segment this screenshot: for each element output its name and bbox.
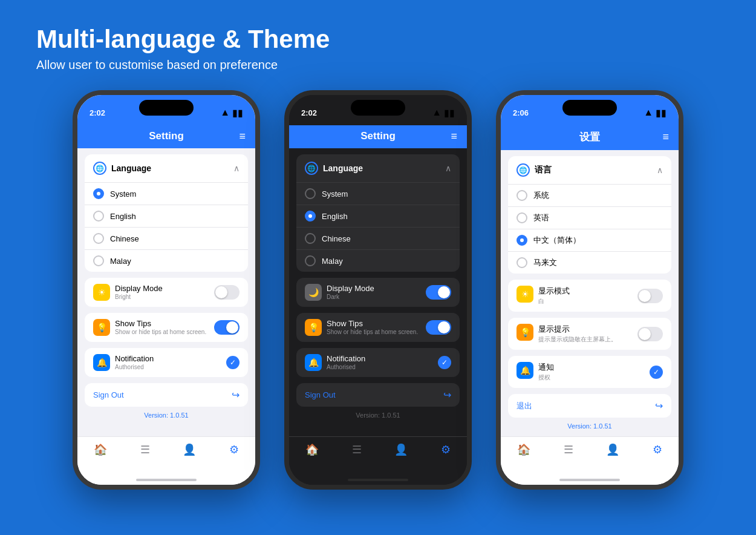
- radio-label-system-1: System: [110, 189, 136, 199]
- status-time-1: 2:02: [90, 108, 105, 117]
- notification-check-3: ✓: [650, 366, 663, 379]
- radio-malay-1[interactable]: Malay: [85, 250, 248, 272]
- radio-circle-english-1: [93, 211, 104, 222]
- nav-title-1: Setting: [149, 130, 184, 142]
- signout-row-3[interactable]: 退出 ↪: [508, 394, 671, 418]
- bell-icon-3: 🔔: [516, 362, 533, 379]
- status-bar-2: 2:02 ▲ ▮▮: [289, 95, 467, 125]
- radio-chinese-2[interactable]: Chinese: [296, 228, 460, 250]
- radio-label-malay-3: 马来文: [533, 257, 557, 268]
- radio-label-chinese-1: Chinese: [110, 234, 139, 243]
- display-mode-title-1: Display Mode: [115, 284, 163, 293]
- show-tips-row-3[interactable]: 💡 显示提示 提示显示或隐敬在主屏幕上。: [508, 318, 671, 350]
- show-tips-section-3: 💡 显示提示 提示显示或隐敬在主屏幕上。: [508, 318, 671, 350]
- show-tips-toggle-1[interactable]: [214, 320, 240, 335]
- display-mode-subtitle-1: Bright: [115, 294, 163, 300]
- signout-row-2[interactable]: Sign Out ↪: [296, 383, 460, 407]
- display-mode-toggle-1[interactable]: [214, 285, 240, 300]
- show-tips-toggle-3[interactable]: [637, 327, 663, 341]
- radio-circle-1: [93, 188, 104, 199]
- radio-system-3[interactable]: 系统: [508, 185, 671, 207]
- radio-malay-3[interactable]: 马来文: [508, 252, 671, 274]
- tab-home-2[interactable]: 🏠: [305, 443, 319, 456]
- show-tips-row-1[interactable]: 💡 Show Tips Show or hide tips at home sc…: [85, 313, 248, 342]
- radio-system-1[interactable]: System: [85, 183, 248, 205]
- notification-section-3: 🔔 通知 授权 ✓: [508, 356, 671, 388]
- notification-row-3[interactable]: 🔔 通知 授权 ✓: [508, 356, 671, 388]
- lightbulb-icon-3: 💡: [516, 324, 533, 341]
- menu-icon-2[interactable]: ≡: [451, 130, 457, 143]
- tab-bar-3: 🏠 ☰ 👤 ⚙: [501, 436, 679, 485]
- radio-malay-2[interactable]: Malay: [296, 250, 460, 272]
- tab-list-1[interactable]: ☰: [140, 443, 150, 456]
- sun-icon-3: ☀: [516, 286, 533, 303]
- language-section-2: 🌐 Language ∧ System English: [296, 154, 460, 272]
- tab-settings-3[interactable]: ⚙: [653, 443, 662, 456]
- notification-title-2: Notification: [327, 354, 365, 363]
- radio-circle-malay-1: [93, 255, 104, 266]
- page-subtitle: Allow user to customise based on prefere…: [36, 58, 720, 72]
- radio-circle-system-3: [516, 190, 527, 201]
- wifi-icon-3: ▲: [644, 107, 653, 118]
- display-mode-row-2[interactable]: 🌙 Display Mode Dark: [296, 278, 460, 307]
- tab-list-3[interactable]: ☰: [564, 443, 573, 456]
- language-section-1: 🌐 Language ∧ System English: [85, 154, 248, 272]
- dynamic-island-3: [562, 100, 617, 116]
- menu-icon-1[interactable]: ≡: [239, 130, 246, 143]
- display-mode-subtitle-2: Dark: [327, 294, 374, 300]
- display-mode-toggle-2[interactable]: [426, 285, 451, 300]
- tab-home-1[interactable]: 🏠: [94, 443, 107, 456]
- moon-icon-2: 🌙: [305, 284, 322, 301]
- language-icon-1: 🌐: [93, 162, 106, 175]
- tab-profile-1[interactable]: 👤: [183, 443, 196, 456]
- tab-list-2[interactable]: ☰: [352, 443, 362, 456]
- radio-label-english-2: English: [322, 212, 348, 221]
- show-tips-title-3: 显示提示: [538, 324, 617, 335]
- radio-label-malay-1: Malay: [110, 257, 131, 266]
- show-tips-toggle-2[interactable]: [426, 320, 451, 335]
- radio-system-2[interactable]: System: [296, 183, 460, 205]
- language-icon-3: 🌐: [516, 163, 530, 177]
- status-bar-3: 2:06 ▲ ▮▮: [501, 95, 679, 125]
- status-time-2: 2:02: [301, 108, 317, 117]
- tab-profile-2[interactable]: 👤: [394, 443, 408, 456]
- radio-chinese-1[interactable]: Chinese: [85, 228, 248, 250]
- notification-title-1: Notification: [115, 354, 154, 363]
- notification-row-1[interactable]: 🔔 Notification Authorised ✓: [85, 348, 248, 377]
- show-tips-section-2: 💡 Show Tips Show or hide tips at home sc…: [296, 313, 460, 342]
- notification-row-2[interactable]: 🔔 Notification Authorised ✓: [296, 348, 460, 377]
- tab-settings-1[interactable]: ⚙: [229, 443, 239, 456]
- signout-text-1: Sign Out: [93, 390, 124, 399]
- radio-english-3[interactable]: 英语: [508, 207, 671, 229]
- notification-section-1: 🔔 Notification Authorised ✓: [85, 348, 248, 377]
- screen-content-2: 🌐 Language ∧ System English: [289, 148, 467, 485]
- language-title-3: 语言: [535, 165, 552, 176]
- home-bar-2: [348, 479, 408, 481]
- signout-row-1[interactable]: Sign Out ↪: [85, 383, 248, 407]
- page-header: Multi-language & Theme Allow user to cus…: [0, 0, 756, 84]
- tab-profile-3[interactable]: 👤: [606, 443, 619, 456]
- display-mode-row-3[interactable]: ☀ 显示模式 白: [508, 280, 671, 312]
- tab-settings-2[interactable]: ⚙: [441, 443, 451, 456]
- status-icons-1: ▲ ▮▮: [220, 107, 243, 119]
- display-mode-section-2: 🌙 Display Mode Dark: [296, 278, 460, 307]
- version-text-2: Version: 1.0.51: [289, 407, 467, 424]
- display-mode-section-1: ☀ Display Mode Bright: [85, 278, 248, 307]
- radio-english-1[interactable]: English: [85, 205, 248, 228]
- show-tips-subtitle-3: 提示显示或隐敬在主屏幕上。: [538, 335, 617, 344]
- display-mode-toggle-3[interactable]: [637, 289, 663, 303]
- radio-english-2[interactable]: English: [296, 205, 460, 228]
- tab-home-3[interactable]: 🏠: [517, 443, 530, 456]
- radio-chinese-3[interactable]: 中文（简体）: [508, 229, 671, 252]
- chevron-1: ∧: [233, 163, 240, 173]
- dynamic-island-1: [139, 100, 194, 116]
- notification-subtitle-2: Authorised: [327, 364, 365, 370]
- battery-icon-2: ▮▮: [444, 107, 455, 119]
- home-bar-1: [136, 479, 197, 481]
- chevron-2: ∧: [445, 163, 451, 173]
- show-tips-row-2[interactable]: 💡 Show Tips Show or hide tips at home sc…: [296, 313, 460, 342]
- bell-icon-1: 🔔: [93, 354, 110, 371]
- menu-icon-3[interactable]: ≡: [662, 131, 669, 143]
- display-mode-row-1[interactable]: ☀ Display Mode Bright: [85, 278, 248, 307]
- radio-circle-chinese-3: [516, 235, 527, 246]
